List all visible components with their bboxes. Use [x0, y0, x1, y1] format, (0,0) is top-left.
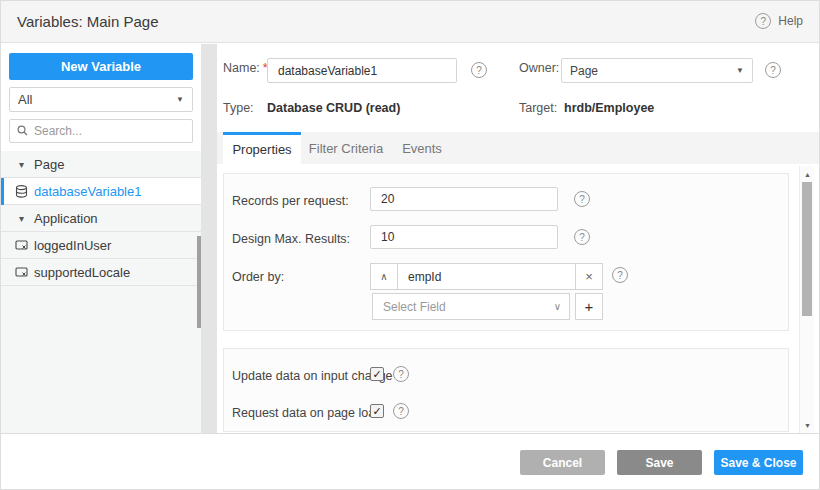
help-label: Help	[778, 14, 803, 28]
add-order-field-button[interactable]: +	[575, 293, 603, 320]
owner-label: Owner:*	[519, 61, 567, 75]
search-input[interactable]	[34, 124, 164, 138]
scroll-up-arrow-icon[interactable]: ▲	[800, 168, 815, 180]
variables-tree: ▾ Page databaseVariable1 ▾ Application l…	[1, 151, 201, 433]
variable-search-box[interactable]	[9, 119, 193, 143]
selection-indicator	[1, 178, 4, 205]
tree-item-loggedinuser[interactable]: loggedInUser	[1, 232, 201, 259]
records-per-request-input[interactable]	[370, 187, 558, 211]
options-panel: Update data on input change ✓ ? Request …	[223, 348, 789, 432]
collapse-arrow-icon: ▾	[19, 159, 24, 170]
name-label: Name:*	[223, 61, 268, 75]
variable-icon	[15, 266, 28, 279]
update-on-input-checkbox[interactable]: ✓	[370, 367, 384, 381]
variables-dialog: Variables: Main Page ? Help New Variable…	[0, 0, 820, 490]
dialog-header: Variables: Main Page ? Help	[1, 1, 820, 43]
order-by-widget: ∧ empId × Select Field ∨ +	[370, 263, 610, 321]
remove-order-field-button[interactable]: ×	[575, 263, 603, 290]
search-icon	[17, 122, 28, 140]
target-label: Target:	[519, 101, 557, 115]
tree-item-label: supportedLocale	[34, 265, 130, 280]
select-field-dropdown[interactable]: Select Field ∨	[372, 293, 570, 320]
type-value: Database CRUD (read)	[267, 101, 400, 115]
tab-events[interactable]: Events	[391, 132, 453, 164]
page-title: Variables: Main Page	[17, 13, 158, 30]
variable-detail-pane: Name:* ? Owner:* Page ▼ ? Type: Database…	[217, 44, 820, 433]
design-max-help-icon[interactable]: ?	[574, 229, 590, 245]
tab-strip: Properties Filter Criteria Events	[217, 132, 820, 164]
records-per-request-label: Records per request:	[232, 194, 349, 208]
save-and-close-button[interactable]: Save & Close	[714, 450, 803, 475]
target-value: hrdb/Employee	[564, 101, 654, 115]
plus-icon: +	[585, 298, 594, 315]
tab-filter-criteria[interactable]: Filter Criteria	[301, 132, 391, 164]
order-by-field-value: empId	[398, 270, 441, 284]
owner-select[interactable]: Page ▼	[561, 58, 753, 83]
check-icon: ✓	[372, 406, 381, 417]
tree-group-label: Application	[34, 211, 98, 226]
tree-item-supportedlocale[interactable]: supportedLocale	[1, 259, 201, 286]
tab-properties[interactable]: Properties	[223, 132, 301, 164]
content-scrollbar[interactable]: ▲ ▼	[799, 166, 814, 433]
tree-group-label: Page	[34, 157, 64, 172]
name-input[interactable]	[267, 58, 457, 83]
variable-icon	[15, 239, 28, 252]
chevron-up-icon: ∧	[380, 271, 387, 282]
request-on-load-label: Request data on page load	[232, 406, 382, 420]
tree-item-label: databaseVariable1	[34, 184, 141, 199]
chevron-down-icon: ∨	[554, 301, 561, 312]
design-max-results-input[interactable]	[370, 225, 558, 249]
properties-panel: Records per request: ? Design Max. Resul…	[223, 173, 789, 331]
sort-direction-button[interactable]: ∧	[371, 264, 398, 289]
design-max-results-label: Design Max. Results:	[232, 232, 350, 246]
sidebar-main-divider	[201, 44, 217, 433]
tree-group-application[interactable]: ▾ Application	[1, 205, 201, 232]
type-label: Type:	[223, 101, 254, 115]
request-on-load-help-icon[interactable]: ?	[393, 403, 409, 419]
dropdown-arrow-icon: ▼	[176, 95, 184, 104]
name-help-icon[interactable]: ?	[471, 62, 487, 78]
order-by-row: ∧ empId	[370, 263, 576, 290]
cancel-button[interactable]: Cancel	[520, 450, 605, 475]
owner-value: Page	[570, 64, 598, 78]
order-by-label: Order by:	[232, 270, 284, 284]
variables-sidebar: New Variable All ▼ ▾ Page databaseVariab…	[1, 44, 201, 433]
database-icon	[15, 185, 28, 198]
check-icon: ✓	[372, 369, 381, 380]
select-field-placeholder: Select Field	[383, 300, 446, 314]
update-on-input-label: Update data on input change	[232, 369, 393, 383]
tree-item-databasevariable1[interactable]: databaseVariable1	[1, 178, 201, 205]
scroll-down-arrow-icon[interactable]: ▼	[800, 419, 815, 431]
close-icon: ×	[585, 269, 593, 284]
save-button[interactable]: Save	[617, 450, 702, 475]
variable-filter-value: All	[18, 92, 32, 107]
collapse-arrow-icon: ▾	[19, 213, 24, 224]
help-circle-icon: ?	[755, 13, 771, 29]
help-button[interactable]: ? Help	[755, 13, 803, 29]
variable-filter-select[interactable]: All ▼	[9, 87, 193, 112]
scrollbar-thumb[interactable]	[802, 182, 812, 316]
owner-help-icon[interactable]: ?	[765, 62, 781, 78]
records-help-icon[interactable]: ?	[574, 191, 590, 207]
tree-item-label: loggedInUser	[34, 238, 111, 253]
dialog-footer: Cancel Save Save & Close	[1, 433, 820, 490]
tree-group-page[interactable]: ▾ Page	[1, 151, 201, 178]
update-on-input-help-icon[interactable]: ?	[393, 366, 409, 382]
request-on-load-checkbox[interactable]: ✓	[370, 404, 384, 418]
new-variable-button[interactable]: New Variable	[9, 53, 193, 80]
order-by-help-icon[interactable]: ?	[612, 267, 628, 283]
dropdown-arrow-icon: ▼	[736, 66, 744, 75]
